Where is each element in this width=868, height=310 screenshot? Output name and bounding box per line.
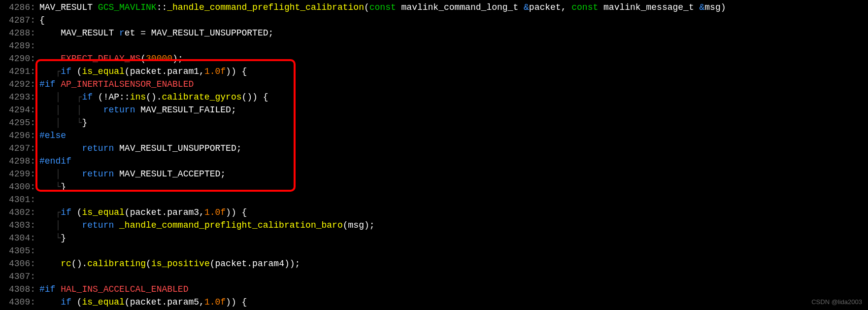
code-content[interactable]: EXPECT_DELAY_MS(30000); [39,52,868,65]
token: rc [61,259,71,269]
token: 30000 [146,54,172,64]
token: 1.0f [204,297,226,307]
watermark-text: CSDN @lida2003 [811,298,862,307]
token: ┌ [39,207,61,217]
line-number: 4286: [0,1,39,14]
line-number: 4305: [0,244,39,257]
token: ( [146,259,151,269]
code-line[interactable]: 4293: │ ┌if (!AP::ins().calibrate_gyros(… [0,91,868,103]
code-line[interactable]: 4309: if (is_equal(packet.param5,1.0f)) … [0,296,868,309]
token: └ [39,233,61,243]
code-line[interactable]: 4287:{ [0,14,868,27]
code-line[interactable]: 4289: [0,39,868,52]
code-line[interactable]: 4296:#else [0,129,868,142]
code-line[interactable]: 4300: └} [0,180,868,193]
token: (). [146,92,162,102]
line-number: 4307: [0,270,39,283]
line-number: 4309: [0,296,39,309]
token: ins [130,92,146,102]
token: #endif [39,156,71,166]
token: return [82,220,119,230]
code-content[interactable]: │ │ return MAV_RESULT_FAILED; [39,103,868,116]
line-number: 4301: [0,193,39,206]
code-content[interactable]: MAV_RESULT GCS_MAVLINK::_handle_command_… [39,1,868,14]
code-line[interactable]: 4286:MAV_RESULT GCS_MAVLINK::_handle_com… [0,1,868,14]
token: )) { [226,207,247,217]
token: is_equal [82,297,124,307]
code-content[interactable]: #endif [39,155,868,168]
token: is_positive [151,259,210,269]
token: 1.0f [204,207,226,217]
code-line[interactable]: 4298:#endif [0,155,868,168]
code-line[interactable]: 4302: ┌if (is_equal(packet.param3,1.0f))… [0,206,868,219]
token: calibrate_gyros [162,92,241,102]
code-line[interactable]: 4301: [0,193,868,206]
code-line[interactable]: 4305: [0,244,868,257]
token: _handle_command_preflight_calibration [167,2,364,12]
code-editor[interactable]: 4286:MAV_RESULT GCS_MAVLINK::_handle_com… [0,0,868,309]
token [39,54,61,64]
code-content[interactable]: #else [39,129,868,142]
token: MAV_RESULT_ACCEPTED; [119,169,226,179]
code-content[interactable]: #if HAL_INS_ACCELCAL_ENABLED [39,283,868,296]
token [39,297,61,307]
token: ( [77,67,82,76]
token: (). [71,259,87,269]
token [39,259,61,269]
token: #if [39,79,61,89]
token: } [61,233,66,243]
token: MAV_RESULT_FAILED; [140,105,236,115]
code-line[interactable]: 4306: rc().calibrating(is_positive(packe… [0,257,868,270]
code-content[interactable]: │ └} [39,116,868,129]
code-line[interactable]: 4307: [0,270,868,283]
code-line[interactable]: 4303: │ return _handle_command_preflight… [0,219,868,232]
token: (packet.param1, [125,67,204,76]
line-number: 4303: [0,219,39,232]
code-line[interactable]: 4291: ┌if (is_equal(packet.param1,1.0f))… [0,65,868,78]
line-number: 4304: [0,232,39,244]
code-content[interactable]: │ return _handle_command_preflight_calib… [39,219,868,232]
token: (msg); [343,220,375,230]
token: )) { [226,297,247,307]
line-number: 4292: [0,78,39,91]
token: MAV_RESULT_UNSUPPORTED; [119,143,241,153]
code-content[interactable]: return MAV_RESULT_UNSUPPORTED; [39,142,868,155]
code-line[interactable]: 4297: return MAV_RESULT_UNSUPPORTED; [0,142,868,155]
code-content[interactable]: #if AP_INERTIALSENSOR_ENABLED [39,78,868,91]
code-line[interactable]: 4292:#if AP_INERTIALSENSOR_ENABLED [0,78,868,91]
code-line[interactable]: 4299: │ return MAV_RESULT_ACCEPTED; [0,168,868,180]
token: EXPECT_DELAY_MS [61,54,140,64]
code-line[interactable]: 4308:#if HAL_INS_ACCELCAL_ENABLED [0,283,868,296]
code-content[interactable]: MAV_RESULT ret = MAV_RESULT_UNSUPPORTED; [39,27,868,39]
code-content[interactable]: └} [39,180,868,193]
token: HAL_INS_ACCELCAL_ENABLED [61,284,188,294]
code-content[interactable]: │ return MAV_RESULT_ACCEPTED; [39,168,868,180]
code-content[interactable]: rc().calibrating(is_positive(packet.para… [39,257,868,270]
code-content[interactable]: └} [39,232,868,244]
line-number: 4300: [0,180,39,193]
token: 1.0f [204,67,226,76]
line-number: 4293: [0,91,39,103]
code-content[interactable]: │ ┌if (!AP::ins().calibrate_gyros()) { [39,91,868,103]
token: calibrating [87,259,146,269]
token: packet, [529,2,571,12]
code-line[interactable]: 4290: EXPECT_DELAY_MS(30000); [0,52,868,65]
line-number: 4294: [0,103,39,116]
code-line[interactable]: 4288: MAV_RESULT ret = MAV_RESULT_UNSUPP… [0,27,868,39]
token: mavlink_message_t [603,2,699,12]
code-line[interactable]: 4294: │ │ return MAV_RESULT_FAILED; [0,103,868,116]
code-content[interactable]: ┌if (is_equal(packet.param1,1.0f)) { [39,65,868,78]
token: const [369,2,401,12]
token: (packet.param3, [125,207,204,217]
code-content[interactable]: if (is_equal(packet.param5,1.0f)) { [39,296,868,309]
token: return [103,105,141,115]
token: { [39,15,45,25]
code-line[interactable]: 4295: │ └} [0,116,868,129]
code-line[interactable]: 4304: └} [0,232,868,244]
code-content[interactable]: { [39,14,868,27]
token: ) [721,2,726,12]
token: et = MAV_RESULT_UNSUPPORTED; [125,28,273,38]
token: ( [77,297,82,307]
code-content[interactable]: ┌if (is_equal(packet.param3,1.0f)) { [39,206,868,219]
line-number: 4291: [0,65,39,78]
